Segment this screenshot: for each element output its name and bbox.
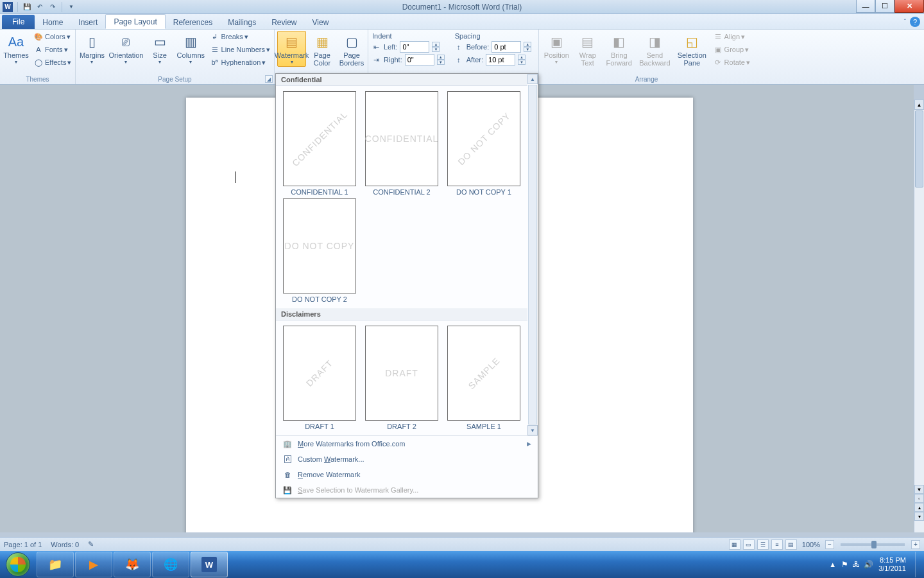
taskbar-explorer[interactable]: 📁	[37, 552, 74, 577]
selection-pane-button[interactable]: ◱Selection Pane	[675, 31, 709, 69]
more-watermarks-item[interactable]: 🏢More Watermarks from Office.com▶	[276, 436, 538, 451]
tab-mailings[interactable]: Mailings	[220, 15, 264, 29]
breaks-button[interactable]: ↲Breaks ▾	[209, 31, 271, 42]
status-page[interactable]: Page: 1 of 1	[4, 541, 42, 548]
gallery-scroll-up-icon[interactable]: ▲	[527, 74, 538, 84]
watermark-option[interactable]: CONFIDENTIALCONFIDENTIAL 1	[278, 90, 361, 197]
watermark-option[interactable]: DO NOT COPYDO NOT COPY 2	[278, 197, 361, 304]
watermark-label: DO NOT COPY 2	[292, 295, 347, 303]
zoom-level[interactable]: 100%	[802, 541, 820, 548]
watermark-label: SAMPLE 1	[466, 423, 501, 430]
qat-customize-icon[interactable]: ▼	[65, 1, 77, 13]
minimize-ribbon-icon[interactable]: ˆ	[904, 19, 906, 26]
tray-clock[interactable]: 8:15 PM 3/1/2011	[878, 556, 906, 573]
next-page-icon[interactable]: ▾	[914, 512, 924, 521]
zoom-in-button[interactable]: +	[911, 540, 920, 549]
remove-watermark-item[interactable]: 🗑Remove Watermark	[276, 467, 538, 482]
chrome-icon: 🌐	[162, 556, 180, 574]
media-player-icon: ▶	[85, 556, 103, 574]
start-button[interactable]	[0, 551, 36, 578]
scroll-up-icon[interactable]: ▲	[914, 100, 924, 110]
spacing-after-input[interactable]	[486, 54, 515, 66]
tab-file[interactable]: File	[2, 15, 35, 29]
redo-icon[interactable]: ↷	[47, 1, 58, 13]
page-color-button[interactable]: ▦Page Color	[309, 31, 336, 69]
tray-volume-icon[interactable]: 🔊	[864, 560, 873, 569]
watermark-button[interactable]: ▤Watermark▾	[277, 31, 306, 67]
position-button[interactable]: ▣Position▾	[542, 31, 572, 67]
status-words[interactable]: Words: 0	[51, 541, 79, 548]
indent-left-input[interactable]	[400, 41, 429, 53]
watermark-option[interactable]: SAMPLESAMPLE 1	[443, 324, 525, 432]
zoom-out-button[interactable]: −	[825, 540, 834, 549]
theme-colors-button[interactable]: 🎨Colors ▾	[32, 31, 73, 42]
hyphenation-button[interactable]: bªHyphenation ▾	[209, 57, 271, 68]
spacing-before-spinner[interactable]: ▲▼	[524, 42, 531, 52]
gallery-scroll-down-icon[interactable]: ▼	[527, 425, 538, 435]
theme-fonts-button[interactable]: AFonts ▾	[32, 44, 73, 55]
save-icon[interactable]: 💾	[21, 1, 33, 13]
send-backward-button[interactable]: ◨Send Backward	[637, 31, 672, 69]
columns-button[interactable]: ▥Columns▾	[176, 31, 205, 67]
watermark-option[interactable]: DO NOT COPYDO NOT COPY 1	[443, 90, 525, 197]
margins-button[interactable]: ▯Margins▾	[78, 31, 106, 67]
hyphenation-icon: bª	[210, 57, 220, 67]
tray-network-icon[interactable]: 🖧	[852, 560, 860, 569]
vertical-scrollbar[interactable]: ▲ ▼ ◦ ▴ ▾	[914, 100, 924, 532]
group-button[interactable]: ▣Group ▾	[712, 44, 751, 55]
tray-flag-icon[interactable]: ⚑	[841, 560, 848, 569]
tab-insert[interactable]: Insert	[71, 15, 105, 29]
undo-icon[interactable]: ↶	[34, 1, 46, 13]
taskbar-firefox[interactable]: 🦊	[114, 552, 151, 577]
page-borders-button[interactable]: ▢Page Borders	[338, 31, 365, 69]
tab-review[interactable]: Review	[264, 15, 304, 29]
tab-view[interactable]: View	[305, 15, 337, 29]
custom-watermark-item[interactable]: 🄰Custom Watermark...	[276, 451, 538, 467]
orientation-button[interactable]: ⎚Orientation▾	[108, 31, 144, 67]
indent-right-spinner[interactable]: ▲▼	[437, 55, 445, 65]
browse-object-icon[interactable]: ◦	[914, 494, 924, 503]
show-desktop-button[interactable]	[915, 552, 920, 577]
group-arrange: ▣Position▾ ▤Wrap Text ◧Bring Forward ◨Se…	[539, 30, 754, 84]
scroll-down-icon[interactable]: ▼	[914, 485, 924, 494]
view-print-layout-icon[interactable]: ▦	[729, 539, 740, 550]
help-icon[interactable]: ?	[910, 17, 920, 27]
spacing-before-input[interactable]	[492, 41, 521, 53]
gallery-scroll-track[interactable]	[528, 85, 537, 425]
line-numbers-button[interactable]: ☰Line Numbers ▾	[209, 44, 271, 55]
view-full-screen-icon[interactable]: ▭	[743, 539, 755, 550]
size-button[interactable]: ▭Size▾	[146, 31, 173, 67]
maximize-button[interactable]: ☐	[875, 0, 894, 13]
effects-icon: ◯	[33, 57, 44, 67]
view-outline-icon[interactable]: ≡	[771, 539, 783, 550]
scroll-thumb[interactable]	[915, 110, 923, 188]
bring-forward-button[interactable]: ◧Bring Forward	[604, 31, 635, 69]
minimize-button[interactable]: —	[856, 0, 875, 13]
tab-page-layout[interactable]: Page Layout	[105, 14, 165, 29]
watermark-option[interactable]: DRAFTDRAFT 1	[278, 324, 361, 432]
watermark-option[interactable]: CONFIDENTIALCONFIDENTIAL 2	[361, 90, 443, 197]
rotate-button[interactable]: ⟳Rotate ▾	[712, 57, 751, 68]
themes-button[interactable]: Aa Themes ▾	[3, 31, 30, 67]
taskbar-media-player[interactable]: ▶	[75, 552, 112, 577]
theme-effects-button[interactable]: ◯Effects ▾	[32, 57, 73, 68]
indent-right-input[interactable]	[405, 54, 434, 66]
wrap-text-button[interactable]: ▤Wrap Text	[574, 31, 601, 69]
page-setup-dialog-launcher[interactable]: ◢	[265, 75, 273, 83]
wrap-text-icon: ▤	[579, 33, 597, 51]
view-web-layout-icon[interactable]: ☰	[757, 539, 769, 550]
tab-home[interactable]: Home	[35, 15, 71, 29]
zoom-slider[interactable]	[841, 543, 905, 546]
watermark-option[interactable]: DRAFTDRAFT 2	[361, 324, 443, 432]
indent-left-spinner[interactable]: ▲▼	[432, 42, 440, 52]
status-proofing-icon[interactable]: ✎	[88, 540, 94, 548]
view-draft-icon[interactable]: ▤	[785, 539, 797, 550]
tab-references[interactable]: References	[166, 15, 220, 29]
close-button[interactable]: ✕	[894, 0, 924, 13]
tray-expand-icon[interactable]: ▲	[829, 561, 836, 568]
taskbar-word[interactable]: W	[191, 552, 228, 577]
spacing-after-spinner[interactable]: ▲▼	[518, 55, 526, 65]
align-button[interactable]: ☰Align ▾	[712, 31, 751, 42]
taskbar-chrome[interactable]: 🌐	[152, 552, 189, 577]
prev-page-icon[interactable]: ▴	[914, 503, 924, 512]
